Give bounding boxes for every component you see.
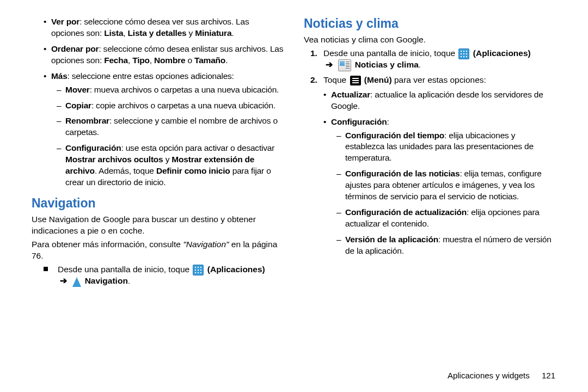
nav-more-info: Para obtener más información, consulte "…	[32, 239, 284, 262]
item-renombrar: Renombrar: seleccione y cambie el nombre…	[57, 115, 284, 138]
apps-icon	[193, 265, 204, 275]
heading-navigation: Navigation	[32, 196, 284, 211]
nav-description: Use Navigation de Google para buscar un …	[32, 214, 284, 237]
column-right: Noticias y clima Vea noticias y clima co…	[295, 16, 561, 381]
noticias-intro: Vea noticias y clima con Google.	[304, 34, 556, 46]
arrow-icon: ➔	[60, 276, 67, 285]
item-ordenar-por: Ordenar por: seleccione cómo desea enlis…	[44, 44, 284, 66]
cfg-noticias: Configuración de las noticias: elija tem…	[336, 168, 556, 203]
manual-page: Ver por: seleccione cómo desea ver sus a…	[0, 0, 588, 392]
column-left: Ver por: seleccione cómo desea ver sus a…	[27, 16, 295, 381]
footer-section: Aplicaciones y widgets	[448, 371, 530, 380]
label: Ordenar por	[51, 44, 99, 53]
apps-icon	[458, 48, 469, 59]
menu-options: Actualizar: actualice la aplicación desd…	[323, 89, 556, 257]
navigation-icon	[72, 277, 81, 287]
step-1: 1. Desde una pantalla de inicio, toque (…	[310, 48, 556, 71]
cfg-actualizacion: Configuración de actualización: elija op…	[336, 207, 556, 230]
step-2: 2. Toque (Menú) para ver estas opciones:…	[310, 75, 556, 257]
arrow-icon: ➔	[326, 60, 333, 69]
label: Ver por	[51, 17, 79, 26]
item-actualizar: Actualizar: actualice la aplicación desd…	[323, 89, 556, 112]
menu-icon	[350, 76, 361, 85]
config-sublist: Configuración del tiempo: elija ubicacio…	[336, 130, 556, 257]
item-copiar: Copiar: copie archivos o carpetas a una …	[57, 100, 284, 112]
cfg-tiempo: Configuración del tiempo: elija ubicacio…	[336, 130, 556, 164]
item-mover: Mover: mueva archivos o carpetas a una n…	[57, 84, 284, 96]
heading-noticias: Noticias y clima	[304, 16, 556, 31]
mas-sublist: Mover: mueva archivos o carpetas a una n…	[57, 84, 284, 188]
item-ver-por: Ver por: seleccione cómo desea ver sus a…	[44, 16, 284, 39]
item-configuracion: Configuración: Configuración del tiempo:…	[323, 117, 556, 257]
item-configuracion: Configuración: use esta opción para acti…	[57, 143, 284, 188]
item-mas: Más: seleccione entre estas opciones adi…	[44, 71, 284, 188]
nav-steps: Desde una pantalla de inicio, toque (Apl…	[44, 264, 284, 287]
nav-step: Desde una pantalla de inicio, toque (Apl…	[44, 264, 284, 287]
page-number: 121	[542, 371, 555, 380]
cfg-version: Versión de la aplicación: muestra el núm…	[336, 234, 556, 257]
noticias-steps: 1. Desde una pantalla de inicio, toque (…	[310, 48, 556, 257]
page-footer: Aplicaciones y widgets 121	[448, 371, 555, 380]
options-list: Ver por: seleccione cómo desea ver sus a…	[44, 16, 284, 188]
news-weather-icon	[338, 59, 351, 71]
